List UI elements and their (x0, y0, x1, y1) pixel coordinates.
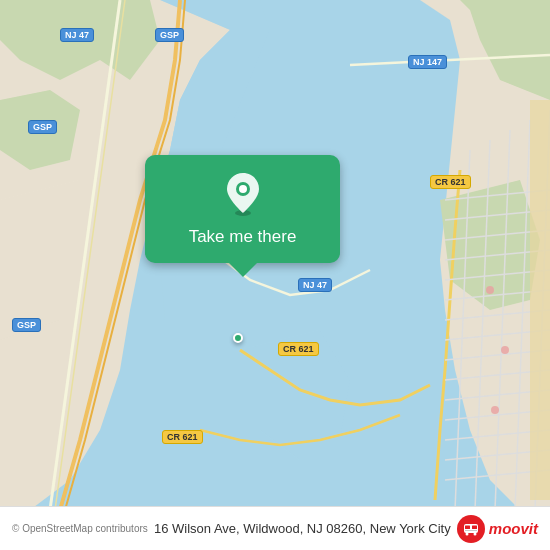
location-dot (233, 333, 243, 343)
svg-point-35 (501, 346, 509, 354)
road-label-cr621-btm: CR 621 (162, 430, 203, 444)
svg-point-44 (465, 532, 468, 535)
take-me-there-button[interactable]: Take me there (145, 155, 340, 263)
svg-point-34 (486, 286, 494, 294)
svg-rect-33 (530, 100, 550, 500)
svg-point-39 (239, 185, 247, 193)
road-label-nj47-mid: NJ 47 (298, 278, 332, 292)
address-street: 16 Wilson Ave, Wildwood, NJ 08260, (154, 521, 366, 536)
address-city: New York City (370, 521, 451, 536)
attribution-text: © OpenStreetMap contributors (12, 523, 148, 534)
road-label-nj147: NJ 147 (408, 55, 447, 69)
bottom-bar-left: © OpenStreetMap contributors (12, 523, 148, 534)
pin-icon (225, 155, 261, 227)
svg-rect-43 (465, 530, 477, 531)
svg-point-36 (491, 406, 499, 414)
bottom-bar: © OpenStreetMap contributors 16 Wilson A… (0, 506, 550, 550)
map-container: NJ 47 GSP NJ 147 GSP CR 621 NJ 47 CR 621… (0, 0, 550, 550)
moovit-icon (457, 515, 485, 543)
road-label-gsp-btm: GSP (12, 318, 41, 332)
road-label-gsp-top: GSP (155, 28, 184, 42)
map-background (0, 0, 550, 550)
moovit-logo: moovit (457, 515, 538, 543)
road-label-nj47-top: NJ 47 (60, 28, 94, 42)
svg-rect-41 (465, 525, 470, 529)
take-me-there-label: Take me there (169, 227, 317, 263)
road-label-cr621-right: CR 621 (430, 175, 471, 189)
svg-rect-42 (472, 525, 477, 529)
moovit-text: moovit (489, 520, 538, 537)
svg-point-45 (473, 532, 476, 535)
road-label-gsp-left: GSP (28, 120, 57, 134)
road-label-cr621-mid: CR 621 (278, 342, 319, 356)
address-display: 16 Wilson Ave, Wildwood, NJ 08260, New Y… (154, 521, 451, 536)
